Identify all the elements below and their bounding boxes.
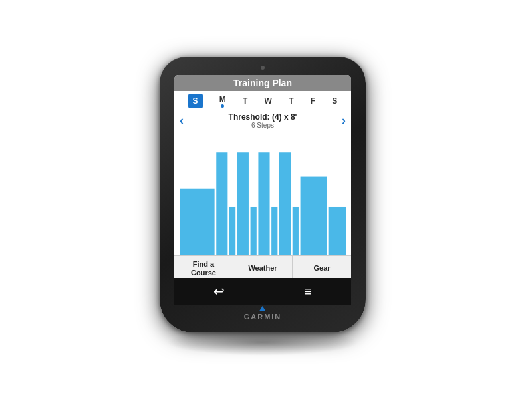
day-row: S M T W T F S: [174, 91, 351, 110]
svg-rect-10: [329, 207, 346, 255]
nav-bar: ↩ ≡: [174, 278, 351, 305]
day-cell-monday: M: [219, 94, 226, 108]
svg-rect-7: [279, 152, 291, 255]
day-dot-monday: [221, 104, 224, 108]
menu-button[interactable]: ≡: [304, 284, 312, 299]
svg-rect-5: [258, 152, 269, 255]
device-body: Training Plan S M T W T F S ‹: [160, 57, 366, 332]
garmin-triangle-icon: [259, 306, 266, 311]
svg-rect-3: [237, 152, 249, 255]
workout-title: Threshold: (4) x 8': [184, 112, 342, 122]
svg-rect-6: [271, 207, 277, 255]
garmin-device: Training Plan S M T W T F S ‹: [160, 57, 372, 342]
workout-info: Threshold: (4) x 8' 6 Steps: [184, 112, 342, 129]
day-cell-friday: F: [311, 96, 315, 106]
device-shadow: [166, 329, 359, 356]
day-cell-saturday: S: [332, 96, 337, 106]
day-cell-tuesday: T: [243, 96, 247, 106]
svg-rect-4: [251, 207, 257, 255]
garmin-brand-text: GARMIN: [244, 313, 282, 321]
day-cell-wednesday: W: [265, 96, 272, 106]
next-workout-button[interactable]: ›: [342, 114, 346, 128]
workout-header: ‹ Threshold: (4) x 8' 6 Steps ›: [174, 110, 351, 132]
back-button[interactable]: ↩: [213, 283, 225, 299]
workout-chart: [180, 134, 346, 255]
svg-rect-8: [293, 207, 299, 255]
garmin-logo-area: GARMIN: [244, 306, 282, 321]
device-sensor: [261, 66, 265, 70]
day-cell-thursday: T: [289, 96, 293, 106]
workout-subtitle: 6 Steps: [184, 122, 342, 129]
svg-rect-9: [301, 177, 327, 255]
svg-rect-2: [229, 207, 235, 255]
chart-area: [174, 132, 351, 255]
screen-bezel: Training Plan S M T W T F S ‹: [174, 75, 351, 281]
svg-rect-0: [180, 189, 215, 255]
screen-title: Training Plan: [174, 75, 351, 91]
svg-rect-1: [216, 152, 227, 255]
day-cell-sunday-active[interactable]: S: [188, 94, 203, 108]
device-screen: Training Plan S M T W T F S ‹: [174, 75, 351, 281]
